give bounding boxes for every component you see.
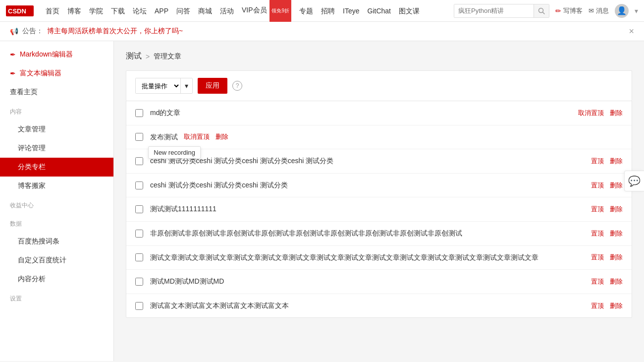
richtext-icon: ✒ — [10, 69, 16, 77]
nav-iteye[interactable]: ITeye — [339, 0, 363, 22]
nav-blog[interactable]: 博客 — [63, 0, 85, 22]
pin-action[interactable]: 置顶 — [591, 277, 604, 286]
batch-select-input[interactable]: 批量操作 — [136, 78, 180, 93]
table-row: 测试文章测试文章测试文章测试文章测试文章测试文章测试文章测试文章测试文章测试文章… — [126, 246, 632, 270]
delete-action[interactable]: 删除 — [610, 205, 623, 214]
article-title: ceshi 测试分类ceshi 测试分类ceshi 测试分类 — [150, 181, 585, 190]
search-bar — [454, 4, 549, 18]
nav-home[interactable]: 首页 — [42, 0, 63, 22]
pin-action[interactable]: 置顶 — [591, 181, 604, 190]
nav-academy[interactable]: 学院 — [85, 0, 107, 22]
sidebar-item-baidu-analytics[interactable]: 自定义百度统计 — [0, 251, 113, 270]
apply-button[interactable]: 应用 — [198, 78, 227, 94]
pin-action[interactable]: 取消置顶 — [578, 109, 604, 118]
article-title: 测试测试1111111111 — [150, 204, 585, 214]
message-action[interactable]: ✉ 消息 — [589, 6, 609, 15]
delete-action[interactable]: 删除 — [610, 181, 623, 190]
svg-line-3 — [543, 12, 545, 14]
sidebar-item-baidu-hot[interactable]: 百度热搜词条 — [0, 232, 113, 251]
avatar[interactable]: 👤 — [615, 4, 629, 18]
sidebar-markdown-editor[interactable]: ✒ Markdown编辑器 — [0, 45, 113, 64]
vip-badge: 领免9折 — [269, 0, 291, 22]
sidebar-richtext-editor[interactable]: ✒ 富文本编辑器 — [0, 64, 113, 83]
sidebar-section-content: 内容 — [0, 104, 113, 120]
close-icon[interactable]: × — [629, 27, 634, 36]
sidebar-item-article-manage[interactable]: 文章管理 — [0, 120, 113, 139]
sidebar-section-settings: 设置 — [0, 291, 113, 307]
article-title: 测试文章测试文章测试文章测试文章测试文章测试文章测试文章测试文章测试文章测试文章… — [150, 253, 585, 263]
delete-action[interactable]: 删除 — [610, 157, 623, 166]
pin-action[interactable]: 置顶 — [591, 157, 604, 166]
nav-tuwencourse[interactable]: 图文课 — [395, 0, 424, 22]
nav-app[interactable]: APP — [151, 0, 172, 22]
dropdown-chevron-icon[interactable]: ▾ — [635, 7, 638, 15]
article-title: ceshi 测试分类ceshi 测试分类ceshi 测试分类ceshi 测试分类 — [150, 156, 585, 166]
article-checkbox[interactable] — [135, 302, 143, 310]
pin-action[interactable]: 置顶 — [591, 302, 604, 310]
announcement-bar: 📢 公告： 博主每周活跃榜单首次大公开，你上榜了吗~ × — [0, 22, 644, 41]
main-content: 测试 > 管理文章 批量操作 ▾ 应用 ? md的文章 取消置顶 — [114, 41, 644, 361]
sidebar-item-category[interactable]: 分类专栏 — [0, 158, 113, 177]
table-row: 非原创测试非原创测试非原创测试非原创测试非原创测试非原创测试非原创测试非原创测试… — [126, 222, 632, 246]
sidebar-viewhome[interactable]: 查看主页 — [0, 83, 113, 102]
batch-operation-select[interactable]: 批量操作 ▾ — [135, 78, 193, 94]
announcement-link[interactable]: 博主每周活跃榜单首次大公开，你上榜了吗~ — [47, 27, 183, 36]
article-checkbox[interactable] — [135, 109, 143, 117]
logo[interactable]: CSDN — [6, 5, 34, 16]
table-row: 测试富文本测试富文本测试富文本测试富文本 置顶 删除 — [126, 294, 632, 318]
table-row: md的文章 取消置顶 删除 — [126, 101, 632, 125]
article-checkbox[interactable] — [135, 278, 143, 286]
pin-action[interactable]: 置顶 — [591, 253, 604, 262]
chat-icon: 💬 — [628, 175, 641, 187]
article-checkbox[interactable] — [135, 253, 143, 261]
article-actions: 取消置顶 删除 — [578, 109, 623, 118]
article-checkbox[interactable] — [135, 230, 143, 238]
select-arrow-icon[interactable]: ▾ — [180, 78, 192, 93]
article-title: md的文章 — [150, 108, 572, 118]
nav-jobs[interactable]: 招聘 — [317, 0, 339, 22]
pin-action[interactable]: 取消置顶 — [184, 132, 210, 141]
article-actions: 置顶 删除 — [591, 277, 623, 286]
write-blog-action[interactable]: ✏ 写博客 — [555, 6, 583, 15]
nav-forum[interactable]: 论坛 — [129, 0, 151, 22]
article-checkbox[interactable] — [135, 157, 143, 165]
announcement-prefix: 公告： — [22, 27, 43, 36]
delete-action[interactable]: 删除 — [610, 302, 623, 310]
search-button[interactable] — [534, 4, 549, 17]
delete-action[interactable]: 删除 — [610, 229, 623, 238]
topnav-actions: ✏ 写博客 ✉ 消息 👤 ▾ — [555, 4, 638, 18]
delete-action[interactable]: 删除 — [610, 109, 623, 118]
article-actions: 取消置顶 删除 — [184, 132, 228, 141]
article-checkbox[interactable] — [135, 133, 143, 141]
main-layout: ✒ Markdown编辑器 ✒ 富文本编辑器 查看主页 内容 文章管理 评论管理… — [0, 41, 644, 361]
article-checkbox[interactable] — [135, 181, 143, 189]
float-button[interactable]: 💬 — [624, 171, 644, 191]
delete-action[interactable]: 删除 — [610, 253, 623, 262]
article-checkbox[interactable] — [135, 205, 143, 213]
pencil-icon: ✏ — [555, 7, 561, 15]
nav-gitchat[interactable]: GitChat — [364, 0, 395, 22]
editor-icon: ✒ — [10, 51, 16, 59]
pin-action[interactable]: 置顶 — [591, 229, 604, 238]
breadcrumb-sub: 管理文章 — [154, 52, 181, 61]
sidebar-item-content-analysis[interactable]: 内容分析 — [0, 270, 113, 289]
help-icon[interactable]: ? — [232, 81, 242, 91]
nav-shop[interactable]: 商城 — [194, 0, 216, 22]
nav-events[interactable]: 活动 — [216, 0, 238, 22]
nav-download[interactable]: 下载 — [107, 0, 129, 22]
sidebar: ✒ Markdown编辑器 ✒ 富文本编辑器 查看主页 内容 文章管理 评论管理… — [0, 41, 114, 361]
sidebar-item-comment-manage[interactable]: 评论管理 — [0, 139, 113, 158]
article-actions: 置顶 删除 — [591, 253, 623, 262]
table-row: 测试测试1111111111 置顶 删除 — [126, 197, 632, 222]
nav-ask[interactable]: 问答 — [172, 0, 194, 22]
sidebar-item-blog-move[interactable]: 博客搬家 — [0, 177, 113, 195]
nav-vip[interactable]: VIP会员 领免9折 — [238, 0, 295, 22]
delete-action[interactable]: 删除 — [610, 277, 623, 286]
pin-action[interactable]: 置顶 — [591, 205, 604, 214]
nav-special[interactable]: 专题 — [295, 0, 317, 22]
sidebar-section-data: 数据 — [0, 216, 113, 232]
search-input[interactable] — [454, 4, 534, 17]
avatar-icon: 👤 — [617, 6, 627, 15]
delete-action[interactable]: 删除 — [215, 132, 228, 141]
announcement-icon: 📢 — [10, 27, 18, 35]
